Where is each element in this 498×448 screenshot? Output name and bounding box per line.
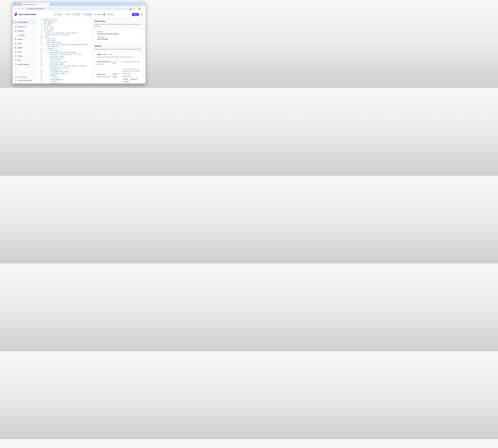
- editor-line[interactable]: 16- name: order_id: [36, 49, 91, 51]
- editor-line[interactable]: 1apiVersion: v3.1.0: [36, 18, 91, 20]
- toolbar-button-yaml[interactable]: YAML: [72, 13, 81, 16]
- yaml-editor[interactable]: 1apiVersion: v3.1.02kind: DataContract3n…: [36, 18, 91, 84]
- sidebar-item-roles[interactable]: Roles: [13, 50, 36, 54]
- sidebar-item-orders[interactable]: orders: [13, 33, 36, 37]
- indent-guides: [44, 51, 50, 53]
- profile-avatar[interactable]: [138, 7, 141, 10]
- editor-scrollbar[interactable]: [91, 18, 92, 84]
- editor-line[interactable]: 8purpose: This data can be used for anal…: [36, 32, 91, 34]
- sidebar-item-support[interactable]: Support: [13, 46, 36, 49]
- flag-badge-confidential: confidential: [130, 78, 138, 80]
- editor-line[interactable]: 13physicalType: table: [36, 42, 91, 44]
- field-flags: requiredconfidentialpii:false: [122, 78, 141, 83]
- line-code: logicalType: number: [50, 63, 91, 65]
- line-number: 15: [36, 48, 44, 49]
- sidebar-item-servers[interactable]: Servers: [13, 38, 36, 41]
- line-number: 8: [36, 32, 44, 34]
- editor-line[interactable]: 3name: Orders: [36, 22, 91, 24]
- line-code: physicalType: integer: [50, 73, 91, 75]
- line-code: businessName: Interne Bestellnummer: [50, 51, 91, 53]
- editor-line[interactable]: 17businessName: Interne Bestellnummer: [36, 51, 91, 53]
- editor-line[interactable]: 5version: 0.0.1: [36, 26, 91, 28]
- back-icon[interactable]: [14, 8, 16, 10]
- editor-line[interactable]: 7description:: [36, 30, 91, 32]
- sidebar-item-sla[interactable]: SLA: [13, 59, 36, 62]
- browser-window: datacontract-editor ✕ + localhost:5173/#…: [13, 2, 146, 84]
- editor-line[interactable]: 23logicalType: number: [36, 63, 91, 65]
- editor-line[interactable]: 4id: orders: [36, 24, 91, 26]
- editor-line[interactable]: 2kind: DataContract: [36, 20, 91, 22]
- line-code: apiVersion: v3.1.0: [44, 18, 91, 20]
- editor-line[interactable]: 18description: The internal order ID as …: [36, 53, 91, 55]
- editor-line[interactable]: 21format: uuid: [36, 59, 91, 61]
- editor-line[interactable]: 6status: draft: [36, 28, 91, 30]
- line-code: - name: order_total_cents: [48, 61, 91, 63]
- editor-line[interactable]: 10schema:: [36, 36, 91, 38]
- sidebar-item-schemas[interactable]: Schemas: [13, 29, 36, 33]
- editor-line[interactable]: 30logicalTypeOptions:: [36, 79, 91, 80]
- save-button[interactable]: Save: [132, 13, 139, 16]
- schema-field-row: Interne Bestellnummerorder_idstringThe i…: [95, 59, 143, 66]
- editor-line[interactable]: 32required: true: [36, 82, 91, 84]
- editor-line[interactable]: 20logicalTypeFormat:: [36, 57, 91, 59]
- sidebar-footer-created-by-entropy-data[interactable]: Created by Entropy Data: [13, 79, 36, 82]
- line-code: properties:: [47, 48, 91, 49]
- editor-line[interactable]: 22- name: order_total_cents: [36, 61, 91, 63]
- home-icon[interactable]: [21, 8, 23, 10]
- editor-line[interactable]: 24description: The final total amount fo…: [36, 65, 91, 69]
- toolbar-button-diagram[interactable]: Diagram: [53, 13, 64, 16]
- sidebar-item-custom-properties[interactable]: Custom Properties: [13, 63, 36, 66]
- editor-line[interactable]: 25shipping costs: [36, 69, 91, 71]
- sidebar-item-team[interactable]: Team: [13, 42, 36, 45]
- zoom-window-button[interactable]: [19, 3, 20, 5]
- reload-icon[interactable]: [18, 8, 20, 10]
- new-tab-icon[interactable]: +: [51, 3, 52, 5]
- browser-tab[interactable]: datacontract-editor ✕: [22, 3, 50, 6]
- line-number: 6: [36, 28, 44, 30]
- bookmark-star-icon[interactable]: [126, 8, 128, 10]
- indent-guides: [44, 82, 50, 84]
- editor-line[interactable]: 14description: All successful and cancel…: [36, 44, 91, 48]
- toolbar-button-preview[interactable]: Preview: [83, 13, 93, 16]
- line-code: name: Orders: [44, 22, 91, 24]
- toolbar-button-form[interactable]: Form: [64, 13, 72, 16]
- table-type-pill: table: [108, 53, 113, 55]
- tab-search-chevron-icon[interactable]: [142, 3, 144, 5]
- sidebar-footer-documentation[interactable]: Documentation: [13, 76, 36, 79]
- editor-line[interactable]: 28examples:: [36, 75, 91, 77]
- editor-line[interactable]: 26businessName: Bestellsumme: [36, 71, 91, 73]
- editor-line[interactable]: 15properties:: [36, 48, 91, 49]
- tab-close-icon[interactable]: ✕: [47, 4, 48, 5]
- minimize-window-button[interactable]: [17, 3, 18, 5]
- sidebar-item-pricing[interactable]: Pricing: [13, 54, 36, 58]
- indent-guides: [44, 73, 50, 75]
- editor-line[interactable]: 9limitations: Not for controlling: [36, 34, 91, 36]
- editor-line[interactable]: 12type: object: [36, 40, 91, 42]
- toolbar-button-label: YAML: [76, 14, 80, 15]
- editor-line[interactable]: 27physicalType: integer: [36, 73, 91, 75]
- editor-line[interactable]: 29- "99.54": [36, 77, 91, 79]
- field-business-name: Interne Bestellnummer: [97, 61, 112, 63]
- indent-guides: [44, 80, 51, 82]
- app-menu-button[interactable]: [140, 13, 144, 16]
- toolbar-button-tests[interactable]: Tests: [106, 13, 115, 16]
- line-number: 19: [36, 55, 44, 57]
- sidebar-item-fundamentals[interactable]: Fundamentals: [13, 20, 36, 24]
- close-window-button[interactable]: [15, 3, 16, 5]
- extensions-puzzle-icon[interactable]: [133, 8, 135, 10]
- address-bar[interactable]: localhost:5173/#/overview: [25, 7, 124, 10]
- sidebar-item-label: orders: [21, 34, 25, 36]
- toolbar-button-validation[interactable]: Validation✓: [93, 13, 106, 16]
- browser-actions: [126, 7, 144, 10]
- password-manager-extension-icon[interactable]: [129, 7, 132, 10]
- editor-line[interactable]: 19logicalType: string: [36, 55, 91, 57]
- indent-guides: [44, 32, 45, 34]
- editor-line[interactable]: 31minimum: 0: [36, 80, 91, 82]
- line-code: - name: orders: [45, 38, 91, 40]
- schema-heading: Schema: [95, 45, 143, 47]
- site-info-icon[interactable]: [26, 8, 28, 10]
- browser-menu-kebab-icon[interactable]: [142, 8, 144, 10]
- editor-line[interactable]: 11- name: orders: [36, 38, 91, 40]
- sidebar-item-terms-of-use[interactable]: Terms of Use: [13, 25, 36, 29]
- terms-heading: Terms of Use: [95, 20, 143, 22]
